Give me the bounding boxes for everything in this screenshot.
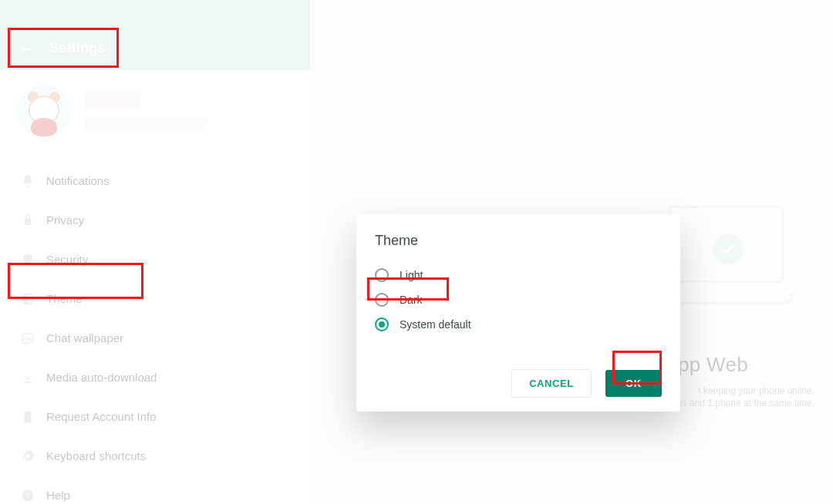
theme-dialog: Theme Light Dark System default CANCEL O… [356, 214, 680, 412]
theme-option-system-default[interactable]: System default [375, 312, 662, 337]
radio-icon [375, 268, 389, 282]
cancel-button[interactable]: CANCEL [511, 369, 592, 398]
option-label: System default [400, 318, 471, 331]
theme-option-light[interactable]: Light [375, 263, 662, 287]
ok-button[interactable]: OK [605, 370, 662, 397]
dialog-title: Theme [375, 233, 662, 249]
option-label: Light [400, 269, 423, 281]
option-label: Dark [400, 294, 423, 306]
radio-icon [375, 293, 389, 307]
theme-option-dark[interactable]: Dark [375, 287, 662, 312]
dialog-actions: CANCEL OK [375, 369, 662, 398]
radio-icon [375, 318, 389, 331]
